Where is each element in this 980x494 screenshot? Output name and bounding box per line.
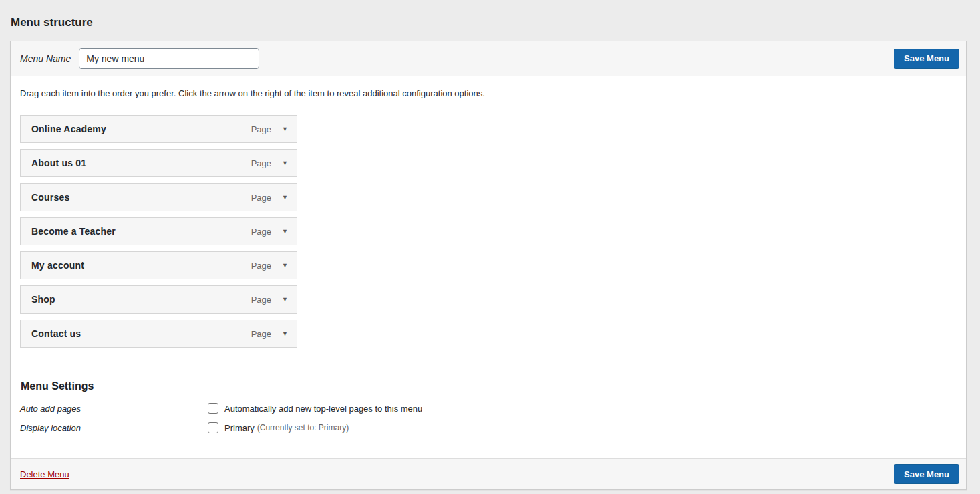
menus-admin-page: Menu structure Menu Name Save Menu Drag …: [0, 0, 980, 490]
menu-item-list: Online Academy Page ▼ About us 01 Page ▼…: [20, 115, 957, 348]
page-title: Menu structure: [10, 0, 967, 41]
menu-name-label: Menu Name: [20, 53, 71, 64]
menu-item-type-label: Page: [251, 261, 271, 271]
menu-item-type-label: Page: [251, 295, 271, 305]
chevron-down-icon[interactable]: ▼: [282, 296, 288, 303]
display-location-checkbox-label[interactable]: Primary: [224, 423, 255, 433]
menu-edit-body: Drag each item into the order you prefer…: [11, 76, 966, 458]
auto-add-pages-row: Auto add pages Automatically add new top…: [20, 403, 957, 414]
delete-menu-link[interactable]: Delete Menu: [20, 469, 69, 479]
menu-item-type-label: Page: [251, 158, 271, 168]
menu-item-type-label: Page: [251, 193, 271, 203]
menu-item-title: Online Academy: [31, 124, 106, 134]
menu-item-title: Shop: [31, 294, 55, 305]
chevron-down-icon[interactable]: ▼: [282, 262, 288, 269]
display-location-current-note: (Currently set to: Primary): [257, 423, 349, 433]
menu-item-type-label: Page: [251, 124, 271, 134]
menu-item-type-label: Page: [251, 329, 271, 339]
menu-edit-panel: Menu Name Save Menu Drag each item into …: [10, 41, 967, 490]
auto-add-pages-checkbox[interactable]: [208, 403, 218, 414]
menu-item-become-a-teacher[interactable]: Become a Teacher Page ▼: [20, 217, 297, 245]
menu-item-about-us-01[interactable]: About us 01 Page ▼: [20, 149, 297, 177]
menu-item-shop[interactable]: Shop Page ▼: [20, 285, 297, 314]
save-menu-button-bottom[interactable]: Save Menu: [894, 464, 959, 484]
drag-instruction-text: Drag each item into the order you prefer…: [20, 88, 957, 100]
chevron-down-icon[interactable]: ▼: [282, 228, 288, 235]
chevron-down-icon[interactable]: ▼: [282, 160, 288, 166]
menu-settings-heading: Menu Settings: [21, 380, 957, 392]
menu-item-courses[interactable]: Courses Page ▼: [20, 183, 297, 211]
menu-item-type-label: Page: [251, 227, 271, 237]
display-location-label: Display location: [20, 423, 208, 433]
menu-footer-bar: Delete Menu Save Menu: [11, 458, 966, 489]
chevron-down-icon[interactable]: ▼: [282, 330, 288, 337]
settings-divider: [20, 366, 957, 366]
menu-item-title: Become a Teacher: [31, 226, 116, 237]
menu-item-contact-us[interactable]: Contact us Page ▼: [20, 320, 297, 348]
menu-name-input[interactable]: [79, 48, 259, 69]
auto-add-pages-label: Auto add pages: [20, 404, 208, 414]
menu-item-title: About us 01: [31, 158, 86, 168]
menu-item-title: Contact us: [31, 328, 81, 339]
save-menu-button-top[interactable]: Save Menu: [894, 49, 959, 69]
display-location-row: Display location Primary (Currently set …: [20, 422, 957, 433]
menu-item-title: Courses: [31, 192, 69, 203]
menu-item-online-academy[interactable]: Online Academy Page ▼: [20, 115, 297, 143]
menu-item-title: My account: [31, 260, 84, 271]
menu-name-bar: Menu Name Save Menu: [11, 41, 966, 76]
chevron-down-icon[interactable]: ▼: [282, 194, 288, 201]
chevron-down-icon[interactable]: ▼: [282, 126, 288, 132]
display-location-primary-checkbox[interactable]: [208, 422, 218, 433]
auto-add-pages-checkbox-label[interactable]: Automatically add new top-level pages to…: [224, 404, 422, 414]
menu-item-my-account[interactable]: My account Page ▼: [20, 251, 297, 279]
